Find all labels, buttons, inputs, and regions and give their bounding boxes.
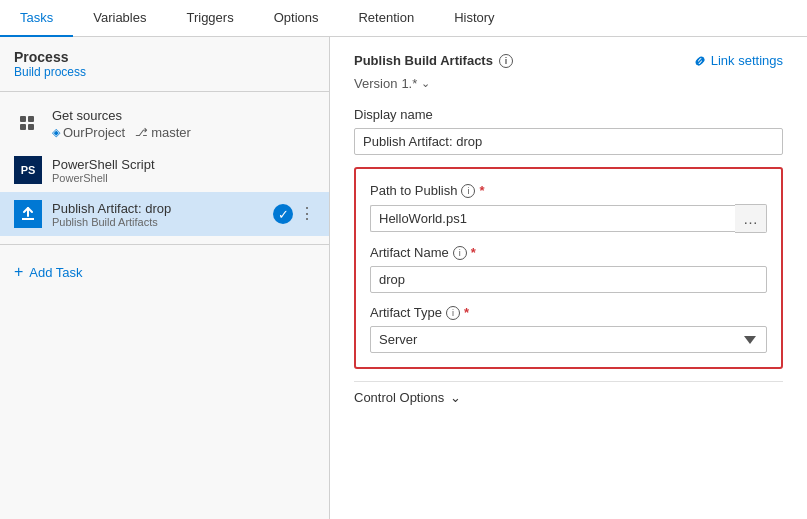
publish-artifact-title: Publish Artifact: drop xyxy=(52,201,273,216)
process-subtitle[interactable]: Build process xyxy=(14,65,315,79)
check-icon: ✓ xyxy=(273,204,293,224)
sidebar: Process Build process Get sources ◈ Ou xyxy=(0,37,330,519)
svg-rect-0 xyxy=(20,116,26,122)
dots-menu-icon[interactable]: ⋮ xyxy=(299,206,315,222)
tab-history[interactable]: History xyxy=(434,0,514,37)
process-header: Process Build process xyxy=(0,37,329,83)
browse-button[interactable]: … xyxy=(735,204,767,233)
powershell-icon: PS xyxy=(14,156,42,184)
sidebar-divider-2 xyxy=(0,244,329,245)
artifact-type-required-marker: * xyxy=(464,305,469,320)
svg-rect-1 xyxy=(28,116,34,122)
tab-options[interactable]: Options xyxy=(254,0,339,37)
svg-rect-2 xyxy=(20,124,26,130)
publish-artifact-text: Publish Artifact: drop Publish Build Art… xyxy=(52,201,273,228)
get-sources-title: Get sources xyxy=(52,108,315,123)
tab-tasks[interactable]: Tasks xyxy=(0,0,73,37)
version-row[interactable]: Version 1.* ⌄ xyxy=(354,76,783,91)
get-sources-meta: ◈ OurProject ⎇ master xyxy=(52,125,315,140)
tab-variables[interactable]: Variables xyxy=(73,0,166,37)
path-to-publish-input-wrapper: … xyxy=(370,204,767,233)
publish-artifact-meta: ✓ ⋮ xyxy=(273,204,315,224)
artifact-name-label-text: Artifact Name xyxy=(370,245,449,260)
branch-icon: ⎇ xyxy=(135,126,148,139)
add-task-label: Add Task xyxy=(29,265,82,280)
upload-icon xyxy=(14,200,42,228)
version-chevron-icon: ⌄ xyxy=(421,77,430,90)
version-label: Version xyxy=(354,76,397,91)
project-meta: ◈ OurProject xyxy=(52,125,125,140)
artifact-name-input[interactable] xyxy=(370,266,767,293)
add-task-button[interactable]: + Add Task xyxy=(0,253,329,291)
branch-name: master xyxy=(151,125,191,140)
powershell-text: PowerShell Script PowerShell xyxy=(52,157,315,184)
path-to-publish-field: Path to Publish i * … xyxy=(370,183,767,233)
artifact-name-required-marker: * xyxy=(471,245,476,260)
svg-rect-3 xyxy=(28,124,34,130)
display-name-input[interactable] xyxy=(354,128,783,155)
artifact-type-info-icon: i xyxy=(446,306,460,320)
control-options-label: Control Options xyxy=(354,390,444,405)
sidebar-item-powershell[interactable]: PS PowerShell Script PowerShell xyxy=(0,148,329,192)
main-layout: Process Build process Get sources ◈ Ou xyxy=(0,37,807,519)
link-icon xyxy=(693,54,707,68)
plus-icon: + xyxy=(14,263,23,281)
content-title: Publish Build Artifacts i xyxy=(354,53,513,68)
powershell-subtitle: PowerShell xyxy=(52,172,315,184)
artifact-type-select[interactable]: Server File share xyxy=(370,326,767,353)
path-to-publish-label-text: Path to Publish xyxy=(370,183,457,198)
path-required-marker: * xyxy=(479,183,484,198)
sidebar-divider xyxy=(0,91,329,92)
project-icon: ◈ xyxy=(52,126,60,139)
path-to-publish-label: Path to Publish i * xyxy=(370,183,767,198)
artifact-name-info-icon: i xyxy=(453,246,467,260)
branch-meta: ⎇ master xyxy=(135,125,191,140)
artifact-type-label: Artifact Type i * xyxy=(370,305,767,320)
powershell-title: PowerShell Script xyxy=(52,157,315,172)
required-fields-box: Path to Publish i * … Artifact Name i * xyxy=(354,167,783,369)
display-name-label: Display name xyxy=(354,107,783,122)
process-title: Process xyxy=(14,49,315,65)
artifact-name-label: Artifact Name i * xyxy=(370,245,767,260)
right-content: Publish Build Artifacts i Link settings … xyxy=(330,37,807,519)
get-sources-text: Get sources ◈ OurProject ⎇ master xyxy=(52,108,315,140)
publish-artifact-subtitle: Publish Build Artifacts xyxy=(52,216,273,228)
project-name: OurProject xyxy=(63,125,125,140)
artifact-type-field: Artifact Type i * Server File share xyxy=(370,305,767,353)
control-options-chevron-icon: ⌄ xyxy=(450,390,461,405)
tab-retention[interactable]: Retention xyxy=(338,0,434,37)
content-title-text: Publish Build Artifacts xyxy=(354,53,493,68)
sidebar-item-publish-artifact[interactable]: Publish Artifact: drop Publish Build Art… xyxy=(0,192,329,236)
content-header: Publish Build Artifacts i Link settings xyxy=(354,53,783,68)
sidebar-item-get-sources[interactable]: Get sources ◈ OurProject ⎇ master xyxy=(0,100,329,148)
artifact-name-field: Artifact Name i * xyxy=(370,245,767,293)
title-info-icon: i xyxy=(499,54,513,68)
display-name-field: Display name xyxy=(354,107,783,155)
version-value: 1.* xyxy=(401,76,417,91)
artifact-type-label-text: Artifact Type xyxy=(370,305,442,320)
path-info-icon: i xyxy=(461,184,475,198)
path-to-publish-input[interactable] xyxy=(370,205,735,232)
control-options-row[interactable]: Control Options ⌄ xyxy=(354,381,783,405)
link-settings-label: Link settings xyxy=(711,53,783,68)
grid-icon xyxy=(14,110,42,138)
link-settings-button[interactable]: Link settings xyxy=(693,53,783,68)
tab-triggers[interactable]: Triggers xyxy=(166,0,253,37)
tab-bar: Tasks Variables Triggers Options Retenti… xyxy=(0,0,807,37)
